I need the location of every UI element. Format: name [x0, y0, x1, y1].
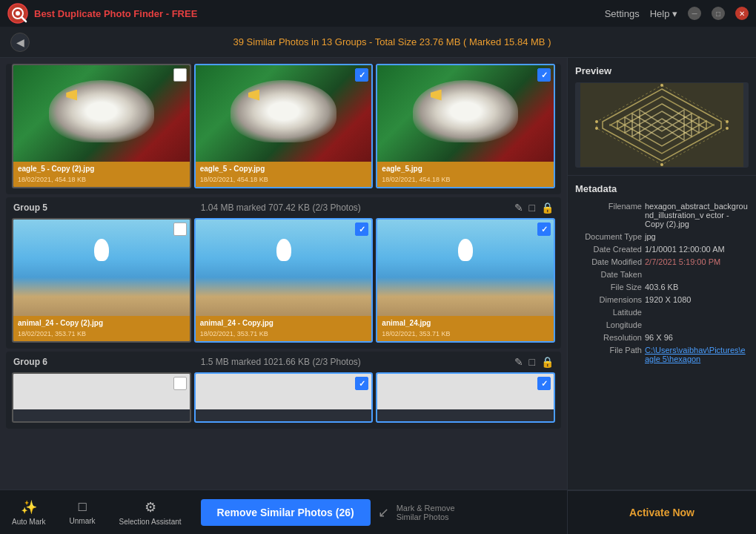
photo-fileinfo: 18/02/2021, 353.71 KB: [18, 330, 86, 337]
photo-filename: eagle_5.jpg: [382, 164, 549, 174]
bird-image-icon: [13, 220, 190, 316]
meta-latitude-key: Latitude: [575, 308, 642, 317]
meta-datemodified-key: Date Modified: [575, 257, 642, 266]
meta-filename-key: Filename: [575, 202, 642, 228]
auto-mark-button[interactable]: ✨ Auto Mark: [0, 490, 58, 534]
activate-section: Activate Now: [567, 490, 756, 535]
svg-point-13: [726, 120, 729, 123]
photo-image: [377, 374, 554, 409]
summary-text: 39 Similar Photos in 13 Groups - Total S…: [39, 36, 746, 47]
photo-card[interactable]: eagle_5.jpg 18/02/2021, 454.18 KB: [376, 64, 555, 188]
group-6-name: Group 6: [13, 357, 47, 367]
auto-mark-icon: ✨: [21, 499, 37, 515]
bottom-toolbar: ✨ Auto Mark □ Unmark ⚙ Selection Assista…: [0, 490, 756, 534]
meta-longitude-key: Longitude: [575, 320, 642, 329]
mark-remove-hint: Mark & Remove Similar Photos: [397, 504, 455, 521]
photo-image: [377, 220, 554, 316]
photo-label: animal_24 - Copy.jpg 18/02/2021, 353.71 …: [196, 316, 372, 341]
minimize-button[interactable]: ─: [688, 7, 701, 20]
meta-doctype-val: jpg: [645, 232, 749, 241]
lock-icon[interactable]: 🔒: [541, 356, 554, 368]
selection-assistant-button[interactable]: ⚙ Selection Assistant: [107, 490, 193, 534]
meta-datecreated-key: Date Created: [575, 245, 642, 254]
photo-filename: animal_24.jpg: [382, 318, 549, 329]
photo-card[interactable]: [376, 372, 555, 423]
photo-checkbox[interactable]: [537, 377, 551, 390]
meta-resolution-val: 96 X 96: [645, 333, 749, 342]
eagle-image-icon: [196, 65, 372, 162]
photo-checkbox[interactable]: [173, 222, 187, 236]
photo-image: [13, 65, 190, 162]
photo-fileinfo: 18/02/2021, 353.71 KB: [382, 330, 450, 337]
bird-image-icon: [377, 220, 554, 316]
meta-longitude-val: [645, 320, 749, 329]
activate-now-button[interactable]: Activate Now: [629, 507, 694, 518]
group-5-info: 1.04 MB marked 707.42 KB (2/3 Photos): [53, 202, 508, 213]
meta-dimensions-row: Dimensions 1920 X 1080: [575, 295, 749, 304]
settings-button[interactable]: Settings: [605, 8, 640, 19]
photo-card[interactable]: animal_24.jpg 18/02/2021, 353.71 KB: [376, 218, 555, 343]
meta-resolution-row: Resolution 96 X 96: [575, 333, 749, 342]
selection-assistant-icon: ⚙: [145, 499, 156, 515]
meta-doctype-row: Document Type jpg: [575, 232, 749, 241]
photo-checkbox[interactable]: [355, 68, 368, 82]
photo-card[interactable]: animal_24 - Copy (2).jpg 18/02/2021, 353…: [12, 218, 191, 343]
remove-similar-photos-button[interactable]: Remove Similar Photos (26): [201, 499, 371, 526]
photo-card[interactable]: animal_24 - Copy.jpg 18/02/2021, 353.71 …: [194, 218, 374, 343]
group-6-actions: ✎ □ 🔒: [514, 356, 554, 368]
group-5-photos-row: animal_24 - Copy (2).jpg 18/02/2021, 353…: [6, 218, 561, 349]
selection-assistant-label: Selection Assistant: [119, 518, 182, 526]
photo-image: [196, 220, 372, 316]
eagle-image-icon: [13, 65, 190, 162]
topbar: ◀ 39 Similar Photos in 13 Groups - Total…: [0, 27, 756, 58]
photo-label: animal_24 - Copy (2).jpg 18/02/2021, 353…: [13, 316, 190, 341]
photo-card[interactable]: eagle_5 - Copy (2).jpg 18/02/2021, 454.1…: [12, 64, 191, 188]
unmark-button[interactable]: □ Unmark: [58, 490, 107, 534]
lock-icon[interactable]: 🔒: [541, 202, 554, 214]
photo-label: animal_24.jpg 18/02/2021, 353.71 KB: [377, 316, 554, 341]
app-title: Best Duplicate Photo Finder - FREE: [34, 8, 197, 19]
photos-scroll-area[interactable]: eagle_5 - Copy (2).jpg 18/02/2021, 454.1…: [0, 58, 567, 490]
select-icon[interactable]: □: [529, 202, 535, 214]
meta-filepath-val[interactable]: C:\Users\vaibhav\Pictures\eagle 5\hexago…: [645, 346, 749, 363]
meta-filepath-key: File Path: [575, 346, 642, 363]
svg-point-14: [726, 127, 729, 130]
group-4-container: eagle_5 - Copy (2).jpg 18/02/2021, 454.1…: [6, 64, 561, 194]
meta-filename-row: Filename hexagon_abstract_background_ill…: [575, 202, 749, 228]
photo-card[interactable]: [194, 372, 374, 423]
group-5-header: Group 5 1.04 MB marked 707.42 KB (2/3 Ph…: [6, 197, 561, 218]
photo-checkbox[interactable]: [537, 68, 551, 82]
photo-checkbox[interactable]: [173, 68, 187, 82]
meta-datetaken-val: [645, 270, 749, 279]
select-icon[interactable]: □: [529, 356, 535, 368]
help-button[interactable]: Help ▾: [650, 8, 677, 19]
meta-datecreated-row: Date Created 1/1/0001 12:00:00 AM: [575, 245, 749, 254]
titlebar: Best Duplicate Photo Finder - FREE Setti…: [0, 0, 756, 27]
meta-filename-val: hexagon_abstract_background_illustration…: [645, 202, 749, 228]
edit-icon[interactable]: ✎: [514, 202, 523, 214]
photo-checkbox[interactable]: [355, 377, 368, 390]
photo-checkbox[interactable]: [355, 222, 368, 236]
photo-checkbox[interactable]: [537, 222, 551, 236]
meta-filesize-key: File Size: [575, 283, 642, 291]
svg-point-15: [660, 163, 663, 166]
photo-filename: eagle_5 - Copy.jpg: [200, 164, 368, 174]
auto-mark-label: Auto Mark: [12, 518, 46, 526]
photo-label: eagle_5 - Copy (2).jpg 18/02/2021, 454.1…: [13, 162, 190, 187]
group-5-name: Group 5: [13, 202, 47, 213]
close-button[interactable]: ✕: [735, 7, 749, 20]
meta-longitude-row: Longitude: [575, 320, 749, 329]
photo-checkbox[interactable]: [173, 377, 187, 390]
meta-datecreated-val: 1/1/0001 12:00:00 AM: [645, 245, 749, 254]
svg-point-2: [16, 11, 20, 16]
maximize-button[interactable]: □: [712, 7, 725, 20]
metadata-title: Metadata: [575, 183, 749, 194]
photo-label: eagle_5 - Copy.jpg 18/02/2021, 454.18 KB: [196, 162, 372, 187]
bird-image-icon: [196, 220, 372, 316]
meta-filepath-row: File Path C:\Users\vaibhav\Pictures\eagl…: [575, 346, 749, 363]
back-button[interactable]: ◀: [10, 33, 30, 52]
photo-card[interactable]: [12, 372, 191, 423]
meta-latitude-row: Latitude: [575, 308, 749, 317]
edit-icon[interactable]: ✎: [514, 356, 523, 368]
photo-card[interactable]: eagle_5 - Copy.jpg 18/02/2021, 454.18 KB: [194, 64, 374, 188]
